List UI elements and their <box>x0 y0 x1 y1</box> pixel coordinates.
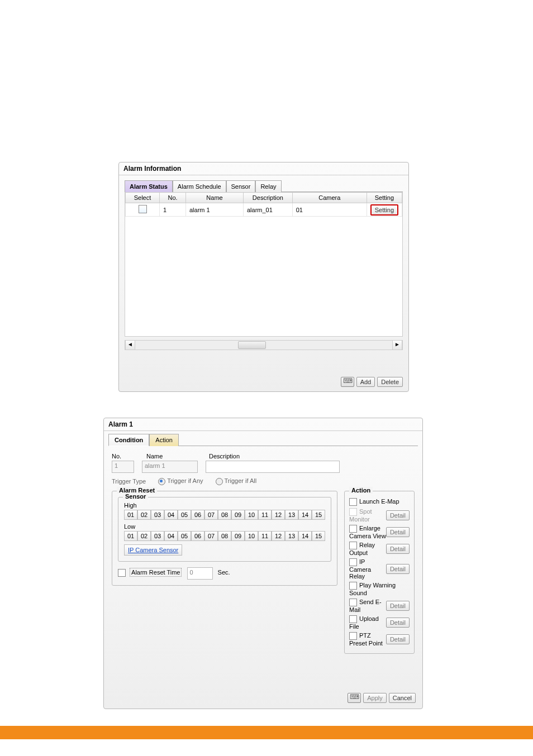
alarm-table: Select No. Name Description Camera Setti… <box>125 192 402 217</box>
horizontal-scrollbar[interactable]: ◄ ► <box>125 340 403 350</box>
action-checkbox[interactable] <box>349 508 357 516</box>
col-name[interactable]: Name <box>186 193 244 203</box>
alarm-reset-time-value[interactable]: 0 <box>187 567 213 580</box>
col-setting[interactable]: Setting <box>367 193 402 203</box>
field-labels-row: No. Name Description <box>112 453 415 460</box>
low-cell[interactable]: 02 <box>137 531 151 541</box>
detail-button[interactable]: Detail <box>386 601 410 611</box>
apply-button[interactable]: Apply <box>363 693 387 703</box>
low-cell[interactable]: 05 <box>178 531 191 541</box>
alarm-reset-group: Alarm Reset Sensor High 01 02 03 04 05 0… <box>112 491 337 586</box>
desc-input[interactable] <box>206 461 340 473</box>
table-header-row: Select No. Name Description Camera Setti… <box>126 193 402 203</box>
low-cell[interactable]: 03 <box>151 531 164 541</box>
radio-any-icon <box>158 478 165 485</box>
keyboard-icon[interactable] <box>348 693 361 703</box>
detail-button[interactable]: Detail <box>386 618 410 628</box>
low-cell[interactable]: 07 <box>204 531 218 541</box>
tab-alarm-status[interactable]: Alarm Status <box>125 180 173 192</box>
detail-button[interactable]: Detail <box>386 527 410 537</box>
radio-trigger-any[interactable]: Trigger if Any <box>158 477 203 485</box>
high-cell[interactable]: 03 <box>151 510 164 520</box>
low-cell[interactable]: 06 <box>191 531 204 541</box>
high-cell[interactable]: 11 <box>258 510 272 520</box>
high-cell[interactable]: 02 <box>137 510 151 520</box>
high-cell[interactable]: 09 <box>231 510 245 520</box>
action-checkbox[interactable] <box>349 582 357 590</box>
high-cell[interactable]: 10 <box>245 510 258 520</box>
scroll-thumb[interactable] <box>238 341 266 349</box>
col-description[interactable]: Description <box>244 193 293 203</box>
scroll-track[interactable] <box>135 341 392 350</box>
low-cell[interactable]: 01 <box>124 531 137 541</box>
high-label: High <box>124 502 325 509</box>
col-no[interactable]: No. <box>160 193 186 203</box>
low-cell[interactable]: 11 <box>258 531 272 541</box>
action-checkbox[interactable] <box>349 632 357 640</box>
action-legend: Action <box>349 487 373 494</box>
scroll-left-arrow[interactable]: ◄ <box>125 341 135 350</box>
action-row: Send E-MailDetail <box>349 599 410 613</box>
keyboard-icon[interactable] <box>341 377 354 387</box>
tab-relay[interactable]: Relay <box>255 180 281 192</box>
high-cell[interactable]: 04 <box>164 510 178 520</box>
low-cell[interactable]: 04 <box>164 531 178 541</box>
high-cell[interactable]: 14 <box>298 510 312 520</box>
low-cell[interactable]: 13 <box>285 531 298 541</box>
detail-button[interactable]: Detail <box>386 634 410 644</box>
alarm-reset-time-checkbox[interactable] <box>118 569 126 577</box>
cell-description: alarm_01 <box>244 203 293 217</box>
action-row: Relay OutputDetail <box>349 542 410 556</box>
low-cell[interactable]: 14 <box>298 531 312 541</box>
low-cell[interactable]: 10 <box>245 531 258 541</box>
cell-camera: 01 <box>292 203 367 217</box>
action-checkbox[interactable] <box>349 542 357 549</box>
alarm-table-wrap: Select No. Name Description Camera Setti… <box>125 192 403 337</box>
delete-button[interactable]: Delete <box>377 377 403 387</box>
high-cell[interactable]: 05 <box>178 510 191 520</box>
no-label: No. <box>112 453 134 460</box>
action-checkbox[interactable] <box>349 558 357 566</box>
action-checkbox[interactable] <box>349 615 357 623</box>
alarm-detail-title: Alarm 1 <box>104 418 422 431</box>
col-camera[interactable]: Camera <box>292 193 367 203</box>
low-cell[interactable]: 08 <box>218 531 231 541</box>
panel-title: Alarm Information <box>119 162 408 175</box>
tab-action[interactable]: Action <box>149 434 179 446</box>
detail-button[interactable]: Detail <box>386 544 410 554</box>
row-select-checkbox[interactable] <box>139 205 147 213</box>
action-checkbox[interactable] <box>349 525 357 533</box>
tab-alarm-schedule[interactable]: Alarm Schedule <box>173 180 226 192</box>
add-button[interactable]: Add <box>356 377 375 387</box>
tab-condition[interactable]: Condition <box>108 434 149 446</box>
tab-sensor[interactable]: Sensor <box>226 180 256 192</box>
action-checkbox[interactable] <box>349 599 357 606</box>
ip-camera-sensor-button[interactable]: IP Camera Sensor <box>124 544 182 556</box>
row-setting-button[interactable]: Setting <box>370 204 398 216</box>
high-cell[interactable]: 13 <box>285 510 298 520</box>
cancel-button[interactable]: Cancel <box>389 693 416 703</box>
low-cell[interactable]: 12 <box>272 531 285 541</box>
condition-body: No. Name Description 1 alarm 1 Trigger T… <box>104 446 422 657</box>
high-numstrip: 01 02 03 04 05 06 07 08 09 10 11 12 13 1… <box>124 510 325 520</box>
high-cell[interactable]: 07 <box>204 510 218 520</box>
high-cell[interactable]: 06 <box>191 510 204 520</box>
high-cell[interactable]: 01 <box>124 510 137 520</box>
cell-no: 1 <box>160 203 186 217</box>
scroll-right-arrow[interactable]: ► <box>392 341 402 350</box>
detail-button[interactable]: Detail <box>386 510 410 520</box>
table-row[interactable]: 1 alarm 1 alarm_01 01 Setting <box>126 203 402 217</box>
low-cell[interactable]: 09 <box>231 531 245 541</box>
low-cell[interactable]: 15 <box>312 531 325 541</box>
trigger-type-row: Trigger Type Trigger if Any Trigger if A… <box>112 477 415 485</box>
alarm-information-panel: Alarm Information Alarm Status Alarm Sch… <box>118 162 409 392</box>
action-row: PTZ Preset PointDetail <box>349 632 410 647</box>
low-numstrip: 01 02 03 04 05 06 07 08 09 10 11 12 13 1… <box>124 531 325 541</box>
action-checkbox[interactable] <box>349 498 357 506</box>
high-cell[interactable]: 15 <box>312 510 325 520</box>
high-cell[interactable]: 12 <box>272 510 285 520</box>
detail-button[interactable]: Detail <box>386 564 410 574</box>
col-select[interactable]: Select <box>126 193 160 203</box>
radio-trigger-all[interactable]: Trigger if All <box>216 477 257 485</box>
high-cell[interactable]: 08 <box>218 510 231 520</box>
